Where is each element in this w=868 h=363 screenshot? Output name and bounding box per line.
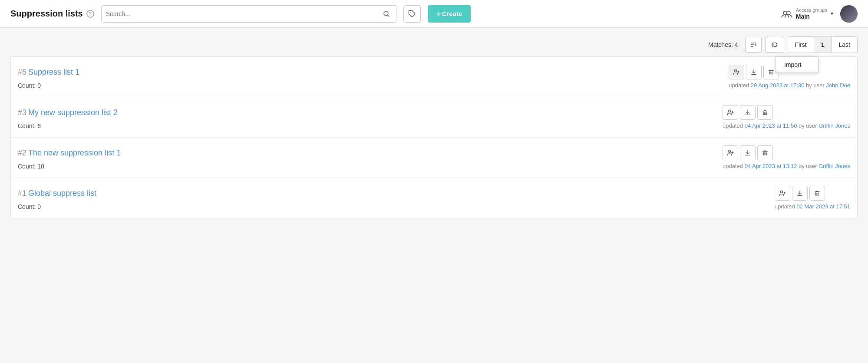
- item-meta: updated 04 Apr 2023 at 13:12 by user Gri…: [723, 163, 850, 170]
- item-title: #1 Global suppress list: [18, 186, 768, 201]
- access-groups-selector[interactable]: Access groups Main ▾: [781, 7, 833, 20]
- suppression-list-container: #5 Suppress list 1: [10, 56, 858, 218]
- meta-date: 04 Apr 2023 at 13:12: [745, 163, 797, 169]
- svg-point-11: [728, 110, 730, 112]
- item-name[interactable]: Global suppress list: [28, 189, 96, 198]
- delete-button[interactable]: [757, 145, 773, 160]
- item-actions: [723, 105, 850, 120]
- item-count: Count: 0: [18, 82, 722, 89]
- item-meta: updated 29 Aug 2023 at 17:30 by user Joh…: [729, 82, 850, 89]
- page-title-text: Suppression lists: [10, 9, 83, 19]
- download-button[interactable]: [792, 186, 808, 201]
- access-groups-icon: [781, 10, 792, 17]
- header: Suppression lists ? + Create: [0, 0, 868, 28]
- item-title: #3 My new suppression list 2: [18, 105, 716, 120]
- item-id: #5: [18, 68, 26, 77]
- main-content: Matches: 4 ID First 1 Last Import: [0, 28, 868, 227]
- access-groups-label: Access groups: [796, 7, 827, 13]
- matches-label: Matches: 4: [708, 41, 738, 48]
- tag-filter-button[interactable]: [403, 5, 421, 23]
- page-number-button[interactable]: 1: [814, 37, 832, 53]
- svg-point-14: [728, 150, 730, 152]
- avatar[interactable]: [840, 5, 858, 23]
- list-item: #3 My new suppression list 2: [11, 97, 857, 138]
- meta-date: 02 Mar 2023 at 17:51: [796, 203, 850, 210]
- item-meta: updated 02 Mar 2023 at 17:51: [775, 203, 850, 210]
- item-id: #3: [18, 108, 26, 117]
- svg-point-3: [783, 11, 787, 15]
- add-user-button[interactable]: [723, 105, 738, 120]
- help-icon[interactable]: ?: [86, 10, 94, 18]
- svg-point-17: [780, 191, 782, 193]
- import-dropdown: Import: [775, 56, 818, 73]
- svg-point-4: [787, 11, 790, 15]
- item-id: #1: [18, 189, 26, 198]
- search-button[interactable]: [381, 10, 392, 17]
- add-user-button[interactable]: [723, 145, 738, 160]
- download-button[interactable]: [746, 65, 762, 79]
- avatar-image: [840, 5, 858, 23]
- item-actions: [723, 145, 850, 160]
- chevron-down-icon: ▾: [831, 10, 833, 16]
- download-button[interactable]: [740, 105, 756, 120]
- meta-user[interactable]: Griffin Jones: [818, 122, 850, 129]
- list-item: #5 Suppress list 1: [11, 57, 857, 97]
- item-count: Count: 10: [18, 163, 716, 170]
- item-id: #2: [18, 148, 26, 158]
- id-sort-button[interactable]: ID: [765, 37, 784, 53]
- item-count: Count: 6: [18, 122, 716, 129]
- item-name[interactable]: My new suppression list 2: [28, 108, 118, 117]
- search-input[interactable]: [106, 10, 381, 17]
- access-groups-text: Access groups Main: [796, 7, 827, 20]
- search-bar: [101, 5, 396, 23]
- item-actions: [775, 186, 850, 201]
- delete-button[interactable]: [809, 186, 825, 201]
- first-page-button[interactable]: First: [788, 37, 814, 53]
- add-user-button[interactable]: [775, 186, 790, 201]
- item-name[interactable]: The new suppression list 1: [28, 148, 121, 158]
- svg-line-1: [387, 15, 389, 16]
- svg-point-8: [735, 69, 737, 72]
- toolbar-row: Matches: 4 ID First 1 Last Import: [10, 36, 858, 53]
- item-meta: updated 04 Apr 2023 at 11:50 by user Gri…: [723, 122, 850, 129]
- import-menu-item[interactable]: Import: [776, 57, 818, 73]
- meta-user[interactable]: John Doe: [826, 82, 850, 89]
- pagination-group: First 1 Last: [788, 36, 858, 53]
- add-user-button[interactable]: [729, 65, 744, 79]
- delete-button[interactable]: [757, 105, 773, 120]
- create-button[interactable]: + Create: [428, 5, 471, 23]
- list-item: #1 Global suppress list: [11, 178, 857, 218]
- page-title: Suppression lists ?: [10, 9, 94, 19]
- item-title: #5 Suppress list 1: [18, 65, 722, 79]
- create-label: + Create: [436, 10, 462, 17]
- item-name[interactable]: Suppress list 1: [28, 68, 79, 77]
- download-button[interactable]: [740, 145, 756, 160]
- list-item: #2 The new suppression list 1: [11, 138, 857, 178]
- sort-button[interactable]: [745, 37, 762, 53]
- last-page-button[interactable]: Last: [832, 37, 857, 53]
- item-count: Count: 0: [18, 203, 768, 210]
- access-groups-value: Main: [796, 13, 810, 20]
- item-title: #2 The new suppression list 1: [18, 145, 716, 160]
- meta-user[interactable]: Griffin Jones: [818, 163, 850, 169]
- meta-date: 29 Aug 2023 at 17:30: [751, 82, 805, 89]
- meta-date: 04 Apr 2023 at 11:50: [745, 122, 797, 129]
